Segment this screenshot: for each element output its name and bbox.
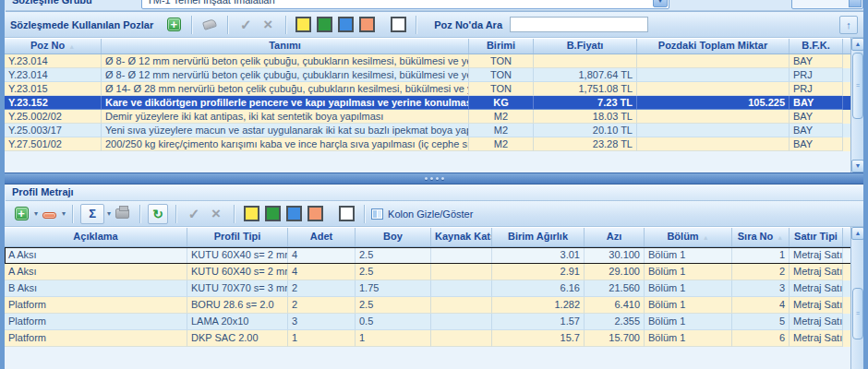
table-row[interactable]: Y.27.501/02 200/250 kg kireç/çimento kar… (5, 137, 863, 151)
orange-swatch-button[interactable] (359, 17, 375, 32)
table-row[interactable]: Y.23.015 Ø 14- Ø 28 mm nervürlü beton çe… (5, 82, 863, 96)
table-row[interactable]: Y.23.014 Ø 8- Ø 12 mm nervürlü beton çel… (5, 54, 863, 68)
panel-splitter[interactable] (5, 173, 863, 184)
column-toggle-button[interactable]: Kolon Gizle/Göster (388, 208, 473, 220)
table-row[interactable]: B Aksı KUTU 70X70 s= 3 mm 2 1.75 6.16 21… (5, 280, 863, 297)
satir-tipi-cell: Metraj Satırı (790, 247, 843, 264)
pozlar-header-row: Poz No▲ Tanımı Birimi B.Fiyatı Pozdaki T… (5, 38, 863, 54)
toolbar-separator (139, 205, 140, 223)
bfk-cell: PRJ (790, 82, 843, 96)
boy-cell: 2.5 (356, 264, 431, 280)
add-row-button[interactable]: + (11, 204, 31, 224)
white-swatch-button[interactable] (391, 17, 406, 32)
column-header-kaynak[interactable]: Kaynak Kats. (431, 228, 492, 246)
table-row[interactable]: Y.25.003/17 Yeni sıva yüzeylere macun ve… (5, 124, 863, 137)
cancel-button[interactable]: × (206, 204, 226, 224)
orange-swatch-button[interactable] (307, 206, 323, 221)
column-header-adet[interactable]: Adet (288, 228, 356, 246)
adet-cell: 3 (288, 314, 356, 330)
bfk-cell: BAY (790, 137, 843, 151)
blue-swatch-button[interactable] (286, 206, 302, 221)
azi-cell: 2.355 (585, 314, 645, 330)
column-header-bfk[interactable]: B.F.K. (790, 39, 843, 54)
profil-tipi-cell: BORU 28.6 s= 2.0 (187, 297, 288, 314)
profil-tipi-cell: LAMA 20x10 (187, 314, 288, 330)
add-poz-button[interactable]: + (163, 15, 184, 35)
metraj-scrollbar[interactable]: ▲ = (850, 227, 863, 369)
pozlar-scrollbar[interactable]: ▲ = ▼ (850, 38, 863, 173)
kaynak-cell (431, 247, 492, 264)
column-header-sira-no[interactable]: Sıra No▲ (732, 228, 790, 246)
bolum-cell: Bölüm 1 (645, 264, 732, 280)
collapse-up-button[interactable]: ↑ (839, 16, 858, 34)
fiyat-cell: 7.23 TL (534, 96, 637, 110)
table-row[interactable]: A Aksı KUTU 60X40 s= 2 mm 4 2.5 2.91 29.… (5, 264, 863, 280)
table-row[interactable]: Y.25.002/02 Demir yüzeylere iki kat anti… (5, 110, 863, 124)
column-header-aciklama[interactable]: Açıklama (5, 228, 187, 246)
yellow-swatch-button[interactable] (295, 17, 311, 32)
white-swatch-button[interactable] (339, 206, 355, 221)
column-header-poz-no[interactable]: Poz No▲ (5, 39, 102, 54)
column-header-bolum[interactable]: Bölüm▲ (645, 228, 732, 246)
boy-cell: 1 (356, 330, 431, 347)
fiyat-cell: 1,807.64 TL (534, 68, 637, 82)
aciklama-cell: B Aksı (5, 280, 187, 297)
table-row[interactable]: Platform DKP SAC 2.00 1 1 15.7 15.700 Bö… (5, 330, 863, 347)
top-right-control-button[interactable] (849, 0, 862, 7)
scroll-thumb[interactable]: = (852, 288, 863, 339)
sigma-icon: Σ (89, 207, 96, 220)
pozlar-panel-title: Sözleşmede Kullanılan Pozlar (10, 19, 153, 30)
miktar-cell (637, 82, 790, 96)
scroll-thumb[interactable]: = (852, 53, 863, 119)
adet-cell: 1 (288, 330, 356, 347)
table-row-selected[interactable]: Y.23.152 Kare ve dikdörtgen profillerle … (5, 96, 863, 110)
poz-search-input[interactable] (510, 17, 648, 32)
table-row[interactable]: Platform BORU 28.6 s= 2.0 2 2.5 1.282 6.… (5, 297, 863, 314)
apply-button[interactable]: ✓ (184, 204, 204, 224)
column-header-satir-tipi[interactable]: Satır Tipi (790, 228, 843, 246)
azi-cell: 6.410 (585, 297, 645, 314)
print-button[interactable] (112, 204, 132, 224)
contract-group-label: Sözleşme Grubu (12, 0, 92, 8)
birimi-cell: TON (469, 82, 534, 96)
column-header-azi[interactable]: Azı (585, 228, 645, 246)
chevron-down-icon[interactable]: ▼ (653, 0, 668, 7)
clear-filter-button[interactable] (199, 15, 220, 35)
column-header-b-fiyati[interactable]: B.Fiyatı (534, 39, 637, 54)
yellow-swatch-button[interactable] (244, 206, 259, 221)
contract-group-combobox[interactable]: TM-1 Temel İnşaat İmalatları ▼ (141, 0, 669, 9)
top-right-control[interactable] (791, 0, 863, 9)
column-header-tanimi[interactable]: Tanımı (102, 39, 469, 54)
sum-button[interactable]: Σ (80, 204, 104, 224)
toolbar-separator (234, 205, 235, 223)
apply-button[interactable]: ✓ (235, 15, 256, 35)
blue-swatch-button[interactable] (338, 17, 354, 32)
sum-dropdown[interactable]: ▾ (107, 209, 111, 218)
table-row-focused[interactable]: A Aksı KUTU 60X40 s= 2 mm 4 2.5 3.01 30.… (5, 247, 863, 264)
column-header-toplam-miktar[interactable]: Pozdaki Toplam Miktar (637, 39, 790, 54)
add-row-dropdown[interactable]: ▾ (34, 209, 38, 218)
sort-asc-icon: ▲ (703, 234, 709, 241)
kaynak-cell (431, 314, 492, 330)
column-header-profil-tipi[interactable]: Profil Tipi (187, 228, 288, 246)
poz-no-cell: Y.23.152 (5, 96, 102, 110)
table-row[interactable]: Y.23.014 Ø 8- Ø 12 mm nervürlü beton çel… (5, 68, 863, 82)
remove-row-button[interactable] (39, 204, 59, 224)
remove-row-dropdown[interactable]: ▾ (62, 209, 66, 218)
column-header-birimi[interactable]: Birimi (469, 39, 534, 54)
scroll-up-button[interactable]: ▲ (851, 227, 864, 240)
table-row[interactable]: Platform LAMA 20x10 3 0.5 1.57 2.355 Böl… (5, 314, 863, 330)
cancel-button[interactable]: × (258, 15, 278, 35)
column-header-birim-agirlik[interactable]: Birim Ağırlık (492, 228, 585, 246)
green-swatch-button[interactable] (317, 17, 332, 32)
refresh-button[interactable]: ↻ (148, 204, 168, 224)
green-swatch-button[interactable] (265, 206, 281, 221)
sira-no-cell: 3 (732, 280, 790, 297)
metraj-table: Açıklama Profil Tipi Adet Boy Kaynak Kat… (5, 227, 863, 369)
scroll-up-button[interactable]: ▲ (851, 38, 864, 51)
fiyat-cell: 1,751.08 TL (534, 82, 637, 96)
column-header-boy[interactable]: Boy (356, 228, 431, 246)
birimi-cell: TON (469, 54, 534, 68)
birimi-cell: M2 (469, 137, 534, 151)
scroll-down-button[interactable]: ▼ (851, 160, 864, 173)
